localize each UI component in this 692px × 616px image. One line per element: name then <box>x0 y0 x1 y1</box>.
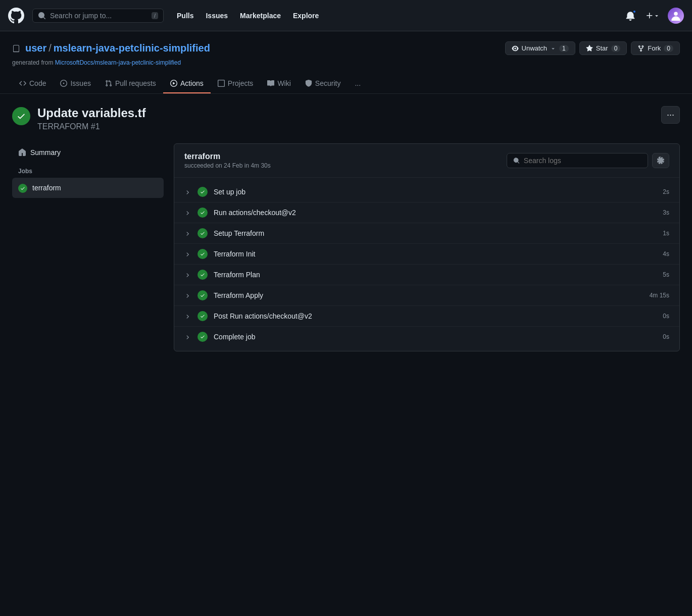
workflow-layout: Summary Jobs terraform terraform succeed… <box>12 143 680 351</box>
step-chevron-post-checkout <box>184 313 192 320</box>
unwatch-label: Unwatch <box>522 44 548 52</box>
avatar-image <box>671 11 681 21</box>
star-button[interactable]: Star 0 <box>579 41 627 55</box>
repo-header: user / mslearn-java-petclinic-simplified… <box>0 31 692 94</box>
step-duration-terraform-init: 4s <box>663 250 669 258</box>
issue-icon <box>60 80 67 87</box>
step-chevron-terraform-apply <box>184 292 192 299</box>
step-chevron-terraform-init <box>184 250 192 258</box>
step-status-setup <box>197 187 208 197</box>
step-duration-complete-job: 0s <box>663 333 669 340</box>
unwatch-button[interactable]: Unwatch 1 <box>505 41 575 55</box>
pr-icon <box>105 80 112 87</box>
gear-icon <box>657 157 665 165</box>
search-logs-input-wrapper[interactable] <box>507 153 648 168</box>
step-row-terraform-init[interactable]: Terraform Init 4s <box>174 244 679 265</box>
tab-wiki-label: Wiki <box>277 79 290 87</box>
site-header: Search or jump to... / Pulls Issues Mark… <box>0 0 692 31</box>
jobs-label: Jobs <box>12 168 164 175</box>
workflow-run-title: Update variables.tf <box>37 106 146 120</box>
step-name-terraform-apply: Terraform Apply <box>214 291 650 299</box>
search-bar-text: Search or jump to... <box>50 12 147 20</box>
step-row-setup-terraform[interactable]: Setup Terraform 1s <box>174 223 679 244</box>
job-steps: Set up job 2s Run actions/checkout@v2 3s… <box>174 178 679 351</box>
avatar[interactable] <box>668 8 684 24</box>
step-row-checkout[interactable]: Run actions/checkout@v2 3s <box>174 202 679 223</box>
step-chevron-setup <box>184 188 192 195</box>
tab-projects[interactable]: Projects <box>211 74 261 93</box>
job-panel: terraform succeeded on 24 Feb in 4m 30s <box>174 143 680 351</box>
nav-pulls[interactable]: Pulls <box>172 9 199 23</box>
step-status-complete-job <box>197 332 208 342</box>
repo-tabs: Code Issues Pull requests Actions P <box>12 74 680 93</box>
workflow-more-button[interactable]: ··· <box>661 106 680 124</box>
search-icon <box>38 12 46 20</box>
step-name-setup-terraform: Setup Terraform <box>214 229 663 237</box>
step-chevron-checkout <box>184 209 192 216</box>
search-logs-container <box>507 153 669 168</box>
star-count: 0 <box>611 45 621 52</box>
step-row-setup[interactable]: Set up job 2s <box>174 182 679 202</box>
search-logs-icon <box>513 157 520 164</box>
run-success-icon <box>12 107 30 125</box>
step-row-post-checkout[interactable]: Post Run actions/checkout@v2 0s <box>174 306 679 327</box>
step-status-terraform-apply <box>197 290 208 300</box>
fork-button[interactable]: Fork 0 <box>631 41 680 55</box>
tab-code-label: Code <box>29 79 46 87</box>
notification-dot <box>632 10 636 14</box>
job-panel-title: terraform <box>184 152 271 161</box>
projects-icon <box>218 80 225 87</box>
step-status-setup-terraform <box>197 228 208 238</box>
step-name-setup: Set up job <box>214 188 663 196</box>
repo-actions: Unwatch 1 Star 0 Fork 0 <box>505 41 680 55</box>
tab-wiki[interactable]: Wiki <box>260 74 298 93</box>
job-check-icon <box>20 186 25 191</box>
sidebar-summary-label: Summary <box>30 148 61 157</box>
tab-code[interactable]: Code <box>12 74 53 93</box>
nav-issues[interactable]: Issues <box>201 9 233 23</box>
repo-separator: / <box>48 42 52 54</box>
search-bar[interactable]: Search or jump to... / <box>32 9 164 23</box>
fork-icon <box>637 45 645 52</box>
plus-button[interactable] <box>644 10 662 22</box>
step-chevron-setup-terraform <box>184 230 192 237</box>
step-duration-setup: 2s <box>663 188 669 195</box>
tab-actions[interactable]: Actions <box>163 74 211 93</box>
dropdown-icon <box>654 13 660 19</box>
step-row-terraform-plan[interactable]: Terraform Plan 5s <box>174 265 679 285</box>
chevron-down-icon <box>550 45 556 52</box>
plus-icon <box>646 12 654 20</box>
tab-issues[interactable]: Issues <box>53 74 97 93</box>
repo-user[interactable]: user <box>25 42 46 54</box>
repo-breadcrumb: user / mslearn-java-petclinic-simplified <box>12 42 210 54</box>
main-content: Update variables.tf TERRAFORM #1 ··· Sum… <box>0 94 692 364</box>
workflow-run-header: Update variables.tf TERRAFORM #1 ··· <box>12 106 680 131</box>
step-chevron-terraform-plan <box>184 271 192 278</box>
header-nav: Pulls Issues Marketplace Explore <box>172 9 615 23</box>
workflow-sidebar: Summary Jobs terraform <box>12 143 164 351</box>
step-row-complete-job[interactable]: Complete job 0s <box>174 327 679 347</box>
github-logo[interactable] <box>8 8 24 24</box>
repo-name[interactable]: mslearn-java-petclinic-simplified <box>54 42 210 54</box>
repo-icon <box>12 42 20 54</box>
notifications-button[interactable] <box>623 9 637 23</box>
step-name-post-checkout: Post Run actions/checkout@v2 <box>214 312 663 320</box>
search-logs-field[interactable] <box>524 157 641 165</box>
tab-security[interactable]: Security <box>298 74 348 93</box>
nav-explore[interactable]: Explore <box>288 9 324 23</box>
actions-icon <box>170 80 177 87</box>
tab-pull-requests[interactable]: Pull requests <box>98 74 163 93</box>
generated-from-link[interactable]: MicrosoftDocs/mslearn-java-petclinic-sim… <box>55 59 181 66</box>
job-settings-button[interactable] <box>652 153 669 168</box>
step-status-terraform-init <box>197 249 208 259</box>
tab-more[interactable]: ... <box>348 74 368 93</box>
tab-actions-label: Actions <box>180 79 204 87</box>
step-row-terraform-apply[interactable]: Terraform Apply 4m 15s <box>174 285 679 306</box>
nav-marketplace[interactable]: Marketplace <box>235 9 286 23</box>
job-panel-title-area: terraform succeeded on 24 Feb in 4m 30s <box>184 152 271 169</box>
job-item-terraform[interactable]: terraform <box>12 178 164 198</box>
tab-projects-label: Projects <box>228 79 254 87</box>
sidebar-summary-link[interactable]: Summary <box>12 143 164 162</box>
security-icon <box>305 80 312 87</box>
workflow-run-text: Update variables.tf TERRAFORM #1 <box>37 106 146 131</box>
